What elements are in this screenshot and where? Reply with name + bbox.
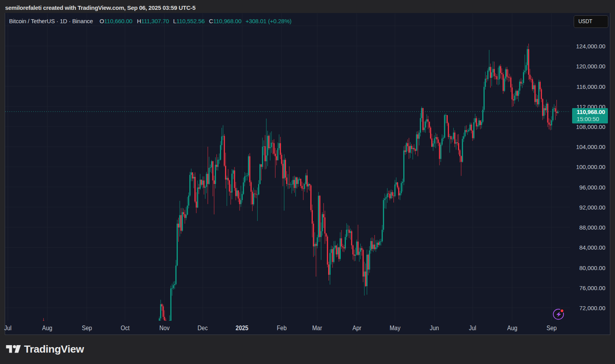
svg-text:TradingView: TradingView <box>24 343 84 355</box>
